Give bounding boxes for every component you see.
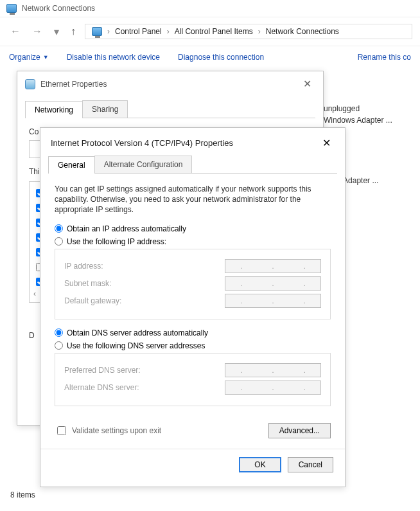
alternate-dns-row: Alternate DNS server: ... bbox=[64, 381, 321, 395]
validate-row: Validate settings upon exit Advanced... bbox=[55, 423, 331, 438]
preferred-dns-row: Preferred DNS server: ... bbox=[64, 363, 321, 377]
adapter-status: unplugged bbox=[324, 104, 392, 113]
disable-device-link[interactable]: Disable this network device bbox=[67, 53, 160, 62]
item-count: 8 items bbox=[10, 490, 35, 499]
network-icon bbox=[6, 4, 17, 13]
radio-ip-auto[interactable]: Obtain an IP address automatically bbox=[55, 224, 331, 233]
breadcrumb-icon bbox=[92, 27, 102, 36]
gateway-input: ... bbox=[225, 294, 321, 308]
window-titlebar: Network Connections bbox=[0, 0, 420, 17]
close-button[interactable]: ✕ bbox=[299, 76, 315, 91]
ip-address-input: ... bbox=[225, 259, 321, 273]
ok-button[interactable]: OK bbox=[239, 457, 281, 472]
radio-label: Obtain DNS server address automatically bbox=[67, 328, 208, 337]
dialog-title: Ethernet Properties bbox=[40, 80, 107, 89]
breadcrumb[interactable]: › Control Panel › All Control Panel Item… bbox=[85, 24, 412, 39]
radio-ip-manual[interactable]: Use the following IP address: bbox=[55, 237, 331, 246]
tab-general[interactable]: General bbox=[48, 156, 95, 174]
ip-address-row: IP address: ... bbox=[64, 259, 321, 273]
tabs: Networking Sharing bbox=[25, 100, 315, 118]
back-arrow-icon[interactable]: ← bbox=[8, 24, 23, 39]
ethernet-icon bbox=[25, 79, 35, 89]
subnet-label: Subnet mask: bbox=[64, 279, 111, 288]
tab-alternate-configuration[interactable]: Alternate Configuration bbox=[94, 156, 193, 173]
recent-dropdown-icon[interactable]: ▾ bbox=[51, 24, 62, 39]
organize-menu[interactable]: Organize ▼ bbox=[9, 53, 49, 62]
dialog-title: Internet Protocol Version 4 (TCP/IPv4) P… bbox=[51, 138, 233, 148]
radio-dns-manual[interactable]: Use the following DNS server addresses bbox=[55, 341, 331, 350]
adapter-name: Windows Adapter ... bbox=[324, 116, 392, 125]
nav-bar: ← → ▾ ↑ › Control Panel › All Control Pa… bbox=[0, 17, 420, 46]
dialog-buttons: OK Cancel bbox=[40, 449, 345, 480]
radio-label: Use the following IP address: bbox=[67, 237, 166, 246]
chevron-down-icon: ▼ bbox=[43, 54, 49, 60]
tab-sharing[interactable]: Sharing bbox=[82, 100, 128, 118]
gateway-row: Default gateway: ... bbox=[64, 294, 321, 308]
radio-label: Obtain an IP address automatically bbox=[67, 224, 186, 233]
forward-arrow-icon[interactable]: → bbox=[30, 24, 45, 39]
close-button[interactable]: ✕ bbox=[319, 136, 335, 150]
rename-link[interactable]: Rename this co bbox=[358, 53, 411, 62]
radio-dns-auto[interactable]: Obtain DNS server address automatically bbox=[55, 328, 331, 337]
dialog-titlebar: Internet Protocol Version 4 (TCP/IPv4) P… bbox=[40, 128, 345, 156]
dns-fields-group: Preferred DNS server: ... Alternate DNS … bbox=[55, 353, 331, 406]
gateway-label: Default gateway: bbox=[64, 296, 121, 305]
ipv4-properties-dialog: Internet Protocol Version 4 (TCP/IPv4) P… bbox=[40, 127, 346, 487]
chevron-right-icon: › bbox=[258, 27, 261, 36]
radio-input[interactable] bbox=[55, 328, 63, 337]
up-arrow-icon[interactable]: ↑ bbox=[68, 24, 78, 39]
organize-label: Organize bbox=[9, 53, 40, 62]
tabs: General Alternate Configuration bbox=[48, 156, 337, 174]
alternate-dns-label: Alternate DNS server: bbox=[64, 383, 139, 392]
radio-label: Use the following DNS server addresses bbox=[67, 341, 205, 350]
ip-fields-group: IP address: ... Subnet mask: ... Default… bbox=[55, 249, 331, 319]
status-bar: 8 items bbox=[10, 490, 35, 499]
dialog-body: You can get IP settings assigned automat… bbox=[40, 174, 345, 449]
subnet-input: ... bbox=[225, 276, 321, 291]
breadcrumb-item[interactable]: Control Panel bbox=[115, 27, 162, 36]
preferred-dns-input: ... bbox=[225, 363, 321, 377]
breadcrumb-item[interactable]: All Control Panel Items bbox=[175, 27, 253, 36]
chevron-right-icon: › bbox=[107, 27, 110, 36]
dialog-titlebar: Ethernet Properties ✕ bbox=[17, 71, 323, 96]
radio-input[interactable] bbox=[55, 341, 63, 350]
window-title: Network Connections bbox=[22, 4, 95, 13]
diagnose-link[interactable]: Diagnose this connection bbox=[178, 53, 264, 62]
preferred-dns-label: Preferred DNS server: bbox=[64, 366, 141, 375]
description-text: You can get IP settings assigned automat… bbox=[55, 184, 331, 215]
alternate-dns-input: ... bbox=[225, 381, 321, 395]
validate-label: Validate settings upon exit bbox=[72, 426, 161, 435]
tab-networking[interactable]: Networking bbox=[25, 101, 83, 118]
chevron-right-icon: › bbox=[167, 27, 170, 36]
cancel-button[interactable]: Cancel bbox=[288, 457, 333, 472]
validate-checkbox[interactable] bbox=[57, 426, 66, 435]
ip-address-label: IP address: bbox=[64, 262, 103, 271]
radio-input[interactable] bbox=[55, 237, 63, 246]
radio-input[interactable] bbox=[55, 224, 63, 233]
toolbar: Organize ▼ Disable this network device D… bbox=[0, 46, 420, 68]
validate-checkbox-row[interactable]: Validate settings upon exit bbox=[55, 424, 161, 437]
breadcrumb-item[interactable]: Network Connections bbox=[266, 27, 339, 36]
advanced-button[interactable]: Advanced... bbox=[268, 423, 331, 438]
subnet-row: Subnet mask: ... bbox=[64, 276, 321, 291]
